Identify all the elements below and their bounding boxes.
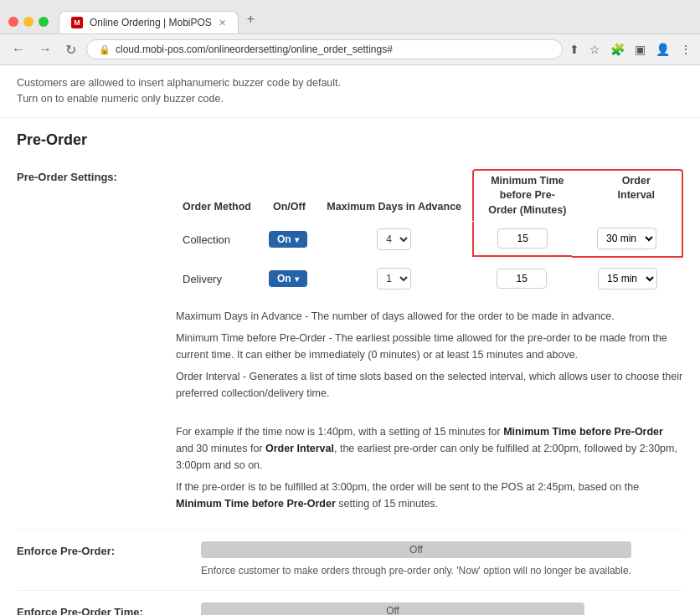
- tab-title: Online Ordering | MobiPOS: [90, 17, 212, 28]
- enforce-preorder-row: Enforce Pre-Order: Off Enforce customer …: [17, 530, 683, 591]
- top-note-line1: Customers are allowed to insert alphanum…: [17, 75, 683, 91]
- delivery-min-time-input[interactable]: [497, 269, 547, 289]
- order-interval-desc: Order Interval - Generates a list of tim…: [176, 368, 683, 402]
- maximize-window-button[interactable]: [39, 17, 49, 27]
- col-header-order-interval: Order Interval: [603, 174, 670, 218]
- enforce-preorder-time-toggle[interactable]: Off: [201, 602, 584, 615]
- settings-area: Pre-Order Settings: Order Method On/Off …: [0, 157, 700, 616]
- method-collection: Collection: [176, 221, 262, 258]
- min-time-desc: Minimum Time before Pre-Order - The earl…: [176, 330, 683, 363]
- browser-chrome: M Online Ordering | MobiPOS ✕ +: [0, 0, 700, 34]
- descriptions: Maximum Days in Advance - The number of …: [176, 308, 683, 512]
- max-days-desc: Maximum Days in Advance - The number of …: [176, 308, 683, 325]
- share-icon[interactable]: ⬆: [569, 43, 579, 56]
- enforce-preorder-time-label: Enforce Pre-Order Time:: [17, 602, 184, 615]
- delivery-max-days-select[interactable]: 1 2345: [377, 268, 411, 290]
- col-header-order-method: Order Method: [176, 169, 262, 222]
- sidebar-icon[interactable]: ▣: [635, 43, 646, 56]
- bookmark-icon[interactable]: ☆: [589, 43, 600, 56]
- enforce-preorder-toggle[interactable]: Off: [201, 541, 631, 558]
- enforce-preorder-time-control: Off Enforce customer to select a pre-ord…: [201, 602, 584, 615]
- new-tab-button[interactable]: +: [239, 7, 263, 33]
- enforce-preorder-label: Enforce Pre-Order:: [17, 541, 184, 557]
- delivery-order-interval-select[interactable]: 15 min 30 min45 min60 min: [598, 268, 657, 290]
- top-note-line2: Turn on to enable numeric only buzzer co…: [17, 91, 683, 107]
- lock-icon: 🔒: [99, 44, 111, 55]
- enforce-preorder-control: Off Enforce customer to make orders thro…: [201, 541, 631, 578]
- collection-max-days-select[interactable]: 4 1235: [377, 228, 411, 250]
- profile-icon[interactable]: 👤: [656, 43, 670, 56]
- close-window-button[interactable]: [8, 17, 18, 27]
- page-content: Customers are allowed to insert alphanum…: [0, 65, 700, 615]
- address-bar: ← → ↻ 🔒 cloud.mobi-pos.com/onlineorderse…: [0, 34, 700, 65]
- collection-order-interval-select[interactable]: 30 min 15 min45 min60 min: [597, 228, 656, 249]
- active-tab[interactable]: M Online Ordering | MobiPOS ✕: [59, 11, 239, 33]
- delivery-toggle[interactable]: On: [269, 270, 307, 287]
- example2-desc: If the pre-order is to be fulfilled at 3…: [176, 479, 683, 512]
- back-button[interactable]: ←: [8, 40, 28, 59]
- browser-nav-icons: ⬆ ☆ 🧩 ▣ 👤 ⋮: [569, 43, 692, 56]
- table-row: Collection On 4 1235: [176, 221, 683, 258]
- preorder-settings-label: Pre-Order Settings:: [17, 169, 176, 183]
- preorder-table-wrap: Order Method On/Off Maximum Days in Adva…: [176, 169, 683, 518]
- section-title: Pre-Order: [0, 118, 700, 157]
- url-text: cloud.mobi-pos.com/onlineordersetting/on…: [116, 44, 393, 55]
- minimize-window-button[interactable]: [23, 17, 33, 27]
- preorder-table: Order Method On/Off Maximum Days in Adva…: [176, 169, 683, 300]
- extensions-icon[interactable]: 🧩: [610, 43, 625, 56]
- table-row: Delivery On 1 2345: [176, 258, 683, 300]
- url-bar[interactable]: 🔒 cloud.mobi-pos.com/onlineordersetting/…: [86, 39, 563, 59]
- collection-min-time-input[interactable]: [497, 228, 548, 249]
- top-note: Customers are allowed to insert alphanum…: [0, 65, 700, 118]
- refresh-button[interactable]: ↻: [62, 40, 80, 59]
- forward-button[interactable]: →: [35, 40, 55, 59]
- enforce-preorder-desc: Enforce customer to make orders through …: [201, 563, 631, 578]
- example-desc: For example if the time now is 1:40pm, w…: [176, 423, 683, 474]
- enforce-preorder-time-row: Enforce Pre-Order Time: Off Enforce cust…: [17, 591, 683, 615]
- col-header-max-days: Maximum Days in Advance: [317, 169, 472, 222]
- window-controls: [8, 17, 49, 33]
- collection-toggle[interactable]: On: [269, 231, 307, 248]
- menu-icon[interactable]: ⋮: [680, 43, 692, 56]
- col-header-on-off: On/Off: [262, 169, 317, 222]
- tab-close-button[interactable]: ✕: [219, 18, 226, 28]
- col-header-min-time: Minimum Time before Pre-Order (Minutes): [486, 174, 569, 218]
- preorder-settings-row: Pre-Order Settings: Order Method On/Off …: [17, 157, 683, 530]
- method-delivery: Delivery: [176, 258, 262, 300]
- tab-favicon: M: [71, 17, 83, 28]
